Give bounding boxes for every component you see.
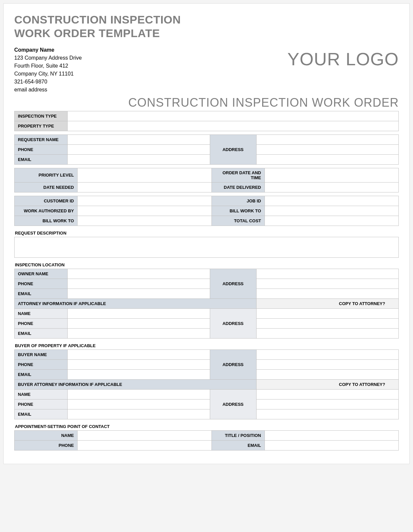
date-delivered-label: DATE DELIVERED xyxy=(211,182,265,192)
attorney-address-2[interactable] xyxy=(256,318,399,328)
requester-address-1[interactable] xyxy=(256,134,399,144)
work-auth-label: WORK AUTHORIZED BY xyxy=(15,206,78,216)
company-phone: 321-654-9870 xyxy=(14,78,82,86)
order-date-label: ORDER DATE AND TIME xyxy=(211,168,265,182)
requester-table: REQUESTER NAME ADDRESS PHONE EMAIL xyxy=(14,134,399,165)
date-delivered-field[interactable] xyxy=(265,182,399,192)
requester-address-3[interactable] xyxy=(256,154,399,164)
poc-title-field[interactable] xyxy=(265,430,399,440)
property-type-field[interactable] xyxy=(68,121,399,131)
requester-email-field[interactable] xyxy=(68,154,210,164)
buyer-address-1[interactable] xyxy=(256,349,399,359)
requester-phone-label: PHONE xyxy=(15,144,68,154)
buyer-attorney-address-2[interactable] xyxy=(256,399,399,409)
requester-name-field[interactable] xyxy=(68,134,210,144)
sub-header: CONSTRUCTION INSPECTION WORK ORDER xyxy=(14,96,399,110)
buyer-attorney-phone-field[interactable] xyxy=(68,399,210,409)
date-needed-label: DATE NEEDED xyxy=(15,182,78,192)
poc-email-field[interactable] xyxy=(265,440,399,450)
buyer-attorney-address-1[interactable] xyxy=(256,389,399,399)
appointment-table: NAME TITLE / POSITION PHONE EMAIL xyxy=(14,430,399,451)
attorney-phone-field[interactable] xyxy=(68,318,210,328)
buyer-attorney-address-3[interactable] xyxy=(256,409,399,419)
attorney-email-field[interactable] xyxy=(68,328,210,338)
owner-address-3[interactable] xyxy=(256,289,399,298)
attorney-address-3[interactable] xyxy=(256,328,399,338)
title-line-2: WORK ORDER TEMPLATE xyxy=(14,27,160,39)
buyer-attorney-phone-label: PHONE xyxy=(15,399,68,409)
owner-name-label: OWNER NAME xyxy=(15,269,68,279)
dates-table: PRIORITY LEVEL ORDER DATE AND TIME DATE … xyxy=(14,168,399,192)
owner-phone-label: PHONE xyxy=(15,279,68,289)
owner-phone-field[interactable] xyxy=(68,279,210,289)
requester-address-2[interactable] xyxy=(256,144,399,154)
buyer-attorney-email-label: EMAIL xyxy=(15,409,68,419)
buyer-name-field[interactable] xyxy=(68,349,210,359)
owner-email-field[interactable] xyxy=(68,289,210,298)
bill-to-label-2: BILL WORK TO xyxy=(15,216,78,226)
buyer-address-label: ADDRESS xyxy=(210,349,256,379)
copy-to-attorney-label: COPY TO ATTORNEY? xyxy=(256,298,399,308)
requester-address-label: ADDRESS xyxy=(210,134,256,164)
appointment-heading: APPOINTMENT-SETTING POINT OF CONTACT xyxy=(15,424,399,429)
order-date-field[interactable] xyxy=(265,168,399,182)
attorney-info-header: ATTORNEY INFORMATION IF APPLICABLE xyxy=(15,298,257,308)
buyer-attorney-name-field[interactable] xyxy=(68,389,210,399)
buyer-heading: BUYER OF PROPERTY IF APPLICABLE xyxy=(15,343,399,348)
inspection-type-label: INSPECTION TYPE xyxy=(15,111,68,121)
bill-to-field-2[interactable] xyxy=(78,216,212,226)
inspection-type-field[interactable] xyxy=(68,111,399,121)
poc-name-label: NAME xyxy=(15,430,78,440)
requester-phone-field[interactable] xyxy=(68,144,210,154)
attorney-name-label: NAME xyxy=(15,308,68,318)
buyer-phone-label: PHONE xyxy=(15,359,68,369)
owner-address-2[interactable] xyxy=(256,279,399,289)
attorney-phone-label: PHONE xyxy=(15,318,68,328)
priority-level-label: PRIORITY LEVEL xyxy=(15,168,78,182)
owner-address-label: ADDRESS xyxy=(210,269,256,298)
customer-id-field[interactable] xyxy=(78,196,212,206)
owner-name-field[interactable] xyxy=(68,269,210,279)
owner-address-1[interactable] xyxy=(256,269,399,279)
poc-phone-field[interactable] xyxy=(78,440,212,450)
buyer-address-3[interactable] xyxy=(256,369,399,379)
attorney-email-label: EMAIL xyxy=(15,328,68,338)
total-cost-label: TOTAL COST xyxy=(211,216,265,226)
job-id-field[interactable] xyxy=(265,196,399,206)
attorney-name-field[interactable] xyxy=(68,308,210,318)
company-name: Company Name xyxy=(14,46,82,54)
date-needed-field[interactable] xyxy=(78,182,212,192)
type-table: INSPECTION TYPE PROPERTY TYPE xyxy=(14,111,399,131)
logo-placeholder: YOUR LOGO xyxy=(287,49,399,69)
buyer-copy-to-attorney-label: COPY TO ATTORNEY? xyxy=(256,379,399,389)
poc-title-label: TITLE / POSITION xyxy=(211,430,265,440)
company-addr2: Fourth Floor, Suite 412 xyxy=(14,62,82,70)
buyer-email-label: EMAIL xyxy=(15,369,68,379)
priority-level-field[interactable] xyxy=(78,168,212,182)
buyer-attorney-address-label: ADDRESS xyxy=(210,389,256,419)
buyer-attorney-info-header: BUYER ATTORNEY INFORMATION IF APPLICABLE xyxy=(15,379,257,389)
attorney-address-1[interactable] xyxy=(256,308,399,318)
company-block: Company Name 123 Company Address Drive F… xyxy=(14,46,82,94)
inspection-location-heading: INSPECTION LOCATION xyxy=(15,262,399,267)
buyer-name-label: BUYER NAME xyxy=(15,349,68,359)
request-desc-heading: REQUEST DESCRIPTION xyxy=(15,231,399,236)
buyer-phone-field[interactable] xyxy=(68,359,210,369)
buyer-email-field[interactable] xyxy=(68,369,210,379)
page-container: CONSTRUCTION INSPECTION WORK ORDER TEMPL… xyxy=(3,3,410,464)
attorney-address-label: ADDRESS xyxy=(210,308,256,338)
bill-to-field-1[interactable] xyxy=(265,206,399,216)
buyer-attorney-email-field[interactable] xyxy=(68,409,210,419)
buyer-address-2[interactable] xyxy=(256,359,399,369)
company-addr1: 123 Company Address Drive xyxy=(14,54,82,62)
total-cost-field[interactable] xyxy=(265,216,399,226)
buyer-table: BUYER NAME ADDRESS PHONE EMAIL BUYER ATT… xyxy=(14,349,399,419)
job-id-label: JOB ID xyxy=(211,196,265,206)
poc-phone-label: PHONE xyxy=(15,440,78,450)
requester-name-label: REQUESTER NAME xyxy=(15,134,68,144)
request-desc-table xyxy=(14,237,399,258)
poc-name-field[interactable] xyxy=(78,430,212,440)
request-desc-field[interactable] xyxy=(15,237,399,257)
header-row: Company Name 123 Company Address Drive F… xyxy=(14,46,399,94)
work-auth-field[interactable] xyxy=(78,206,212,216)
